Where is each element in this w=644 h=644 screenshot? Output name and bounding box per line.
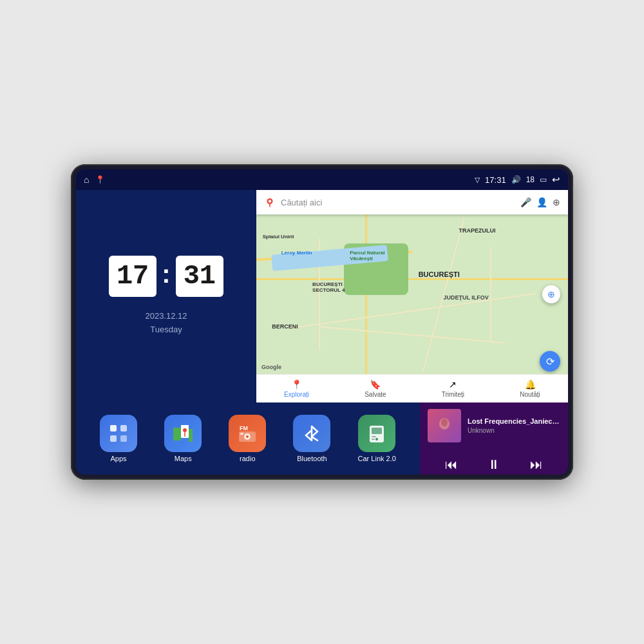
next-button[interactable]: ⏭ bbox=[525, 453, 548, 475]
app-item-maps[interactable]: Maps bbox=[164, 415, 202, 462]
news-icon: 🔔 bbox=[525, 379, 536, 390]
directions-button[interactable]: ⟳ bbox=[540, 351, 560, 372]
bluetooth-icon bbox=[293, 415, 330, 452]
map-tab-news[interactable]: 🔔 Noutăți bbox=[520, 379, 540, 398]
svg-point-17 bbox=[375, 438, 378, 440]
top-section: 17 : 31 2023.12.12 Tuesday bbox=[76, 190, 568, 402]
app-item-bluetooth[interactable]: Bluetooth bbox=[293, 415, 330, 462]
google-logo-text: Google bbox=[261, 364, 281, 370]
app-item-carlink[interactable]: Car Link 2.0 bbox=[358, 415, 396, 462]
carlink-svg-icon bbox=[366, 422, 388, 444]
radio-icon: FM bbox=[229, 415, 266, 452]
svg-rect-16 bbox=[372, 428, 382, 434]
home-icon[interactable]: ⌂ bbox=[84, 175, 89, 185]
map-area[interactable]: BUCUREȘTI JUDEȚUL ILFOV TRAPEZULUI BERCE… bbox=[256, 214, 568, 374]
music-controls: ⏮ ⏸ ⏭ bbox=[420, 449, 568, 475]
svg-rect-4 bbox=[110, 435, 117, 442]
share-label: Trimiteți bbox=[442, 391, 464, 398]
svg-rect-8 bbox=[189, 429, 193, 442]
map-label-trapezului: TRAPEZULUI bbox=[459, 227, 496, 234]
account-icon[interactable]: 👤 bbox=[536, 197, 547, 207]
news-label: Noutăți bbox=[520, 391, 540, 398]
bottom-section: Apps Maps bbox=[76, 402, 568, 475]
music-title: Lost Frequencies_Janieck Devy-... bbox=[468, 417, 560, 425]
battery-icon: ▭ bbox=[540, 175, 547, 184]
music-info: Lost Frequencies_Janieck Devy-... Unknow… bbox=[420, 402, 568, 449]
clock-panel: 17 : 31 2023.12.12 Tuesday bbox=[76, 190, 256, 402]
map-tab-saved[interactable]: 🔖 Salvate bbox=[365, 379, 386, 398]
svg-point-1 bbox=[269, 200, 272, 203]
explore-icon: 📍 bbox=[291, 379, 302, 390]
explore-label: Explorați bbox=[284, 391, 309, 398]
status-left-icons: ⌂ 📍 bbox=[84, 175, 105, 185]
apps-panel: Apps Maps bbox=[76, 402, 420, 475]
device-screen: ⌂ 📍 ▽ 17:31 🔊 18 ▭ ↩ 17 : 31 bbox=[76, 169, 568, 475]
car-device: ⌂ 📍 ▽ 17:31 🔊 18 ▭ ↩ 17 : 31 bbox=[71, 164, 573, 480]
map-label-splaiul: Splaiul Unirii bbox=[263, 234, 294, 240]
map-search-bar[interactable]: Căutați aici 🎤 👤 ⊕ bbox=[256, 190, 568, 214]
maps-label: Maps bbox=[175, 455, 192, 462]
volume-icon: 🔊 bbox=[511, 175, 521, 184]
radio-label: radio bbox=[240, 455, 255, 462]
album-face-svg bbox=[435, 416, 454, 435]
svg-rect-6 bbox=[173, 428, 181, 440]
play-pause-button[interactable]: ⏸ bbox=[482, 453, 506, 475]
clock-date: 2023.12.12 Tuesday bbox=[145, 310, 187, 337]
album-face bbox=[428, 409, 461, 442]
main-content: 17 : 31 2023.12.12 Tuesday bbox=[76, 190, 568, 475]
map-search-actions: 🎤 👤 ⊕ bbox=[520, 197, 560, 207]
share-icon: ↗ bbox=[449, 379, 457, 390]
clock-colon: : bbox=[162, 260, 170, 289]
app-item-apps[interactable]: Apps bbox=[100, 415, 137, 462]
signal-icon: ▽ bbox=[475, 176, 480, 184]
compass-button[interactable]: ⊕ bbox=[542, 285, 560, 303]
svg-rect-18 bbox=[372, 436, 376, 437]
map-label-leroy: Leroy Merlin bbox=[281, 250, 312, 256]
carlink-icon bbox=[358, 415, 395, 452]
status-right-info: ▽ 17:31 🔊 18 ▭ ↩ bbox=[475, 174, 560, 185]
maps-icon bbox=[164, 415, 202, 452]
map-label-sector4: BUCUREȘTISECTORUL 4 bbox=[312, 281, 345, 293]
mic-icon[interactable]: 🎤 bbox=[520, 197, 531, 207]
music-panel: Lost Frequencies_Janieck Devy-... Unknow… bbox=[420, 402, 568, 475]
svg-rect-3 bbox=[120, 425, 127, 431]
saved-icon: 🔖 bbox=[370, 379, 381, 390]
bluetooth-label: Bluetooth bbox=[297, 455, 327, 462]
maps-pin-icon[interactable]: 📍 bbox=[95, 175, 105, 184]
svg-text:FM: FM bbox=[240, 425, 248, 431]
svg-point-13 bbox=[246, 435, 249, 438]
prev-button[interactable]: ⏮ bbox=[440, 453, 463, 475]
status-bar: ⌂ 📍 ▽ 17:31 🔊 18 ▭ ↩ bbox=[76, 169, 568, 190]
album-art bbox=[428, 409, 461, 442]
saved-label: Salvate bbox=[365, 391, 386, 398]
carlink-label: Car Link 2.0 bbox=[358, 455, 396, 462]
map-search-text[interactable]: Căutați aici bbox=[281, 198, 515, 207]
svg-rect-2 bbox=[110, 425, 117, 431]
radio-svg-icon: FM bbox=[236, 422, 258, 444]
apps-icon bbox=[100, 415, 137, 452]
map-label-judet: JUDEȚUL ILFOV bbox=[443, 294, 488, 301]
map-label-berceni: BERCENI bbox=[272, 323, 298, 330]
map-tab-share[interactable]: ↗ Trimiteți bbox=[442, 379, 464, 398]
clock-hour: 17 bbox=[109, 256, 156, 297]
clock-display: 17 : 31 bbox=[109, 256, 223, 297]
map-label-parc: Parcul NaturalVăcărești bbox=[350, 250, 384, 261]
apps-label: Apps bbox=[111, 455, 127, 462]
battery-level: 18 bbox=[526, 175, 535, 184]
svg-rect-14 bbox=[240, 433, 243, 435]
back-icon[interactable]: ↩ bbox=[552, 174, 560, 185]
layers-icon[interactable]: ⊕ bbox=[553, 197, 560, 207]
clock-minute: 31 bbox=[176, 256, 223, 297]
music-text: Lost Frequencies_Janieck Devy-... Unknow… bbox=[468, 417, 560, 434]
map-road-v3 bbox=[490, 247, 491, 343]
map-panel: Căutați aici 🎤 👤 ⊕ bbox=[256, 190, 568, 402]
svg-point-9 bbox=[183, 428, 187, 432]
apps-grid-icon bbox=[108, 423, 129, 444]
map-bottom-bar: 📍 Explorați 🔖 Salvate ↗ Trimiteți 🔔 bbox=[256, 374, 568, 402]
app-item-radio[interactable]: FM radio bbox=[229, 415, 266, 462]
maps-svg-icon bbox=[172, 422, 194, 444]
map-label-bucuresti: BUCUREȘTI bbox=[419, 270, 460, 278]
bluetooth-svg-icon bbox=[301, 422, 323, 444]
map-tab-explore[interactable]: 📍 Explorați bbox=[284, 379, 309, 398]
status-time: 17:31 bbox=[485, 175, 506, 185]
